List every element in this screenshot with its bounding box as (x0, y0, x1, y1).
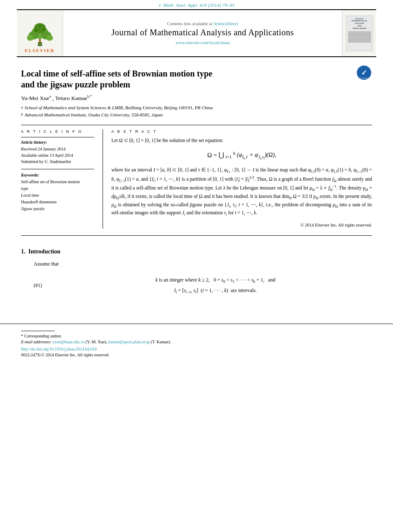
contents-available-line: Contents lists available at ScienceDirec… (167, 21, 238, 26)
abstract-section-divider (21, 235, 372, 236)
svg-point-6 (27, 35, 34, 41)
affiliations: a School of Mathematics and System Scien… (21, 104, 372, 119)
svg-point-9 (42, 28, 46, 31)
equation-block-1: (#1) k is an integer where k ≥ 2, 0 = s0… (34, 275, 372, 296)
eq-line-2: Ii = [si−1, si] (i = 1, · · · , k) are i… (59, 285, 372, 296)
journal-thumbnail-section: Journal ofMATHEMATICALANALYSISANDAPPLICA… (343, 10, 376, 56)
header-divider (21, 125, 372, 125)
abstract-paragraph-1: Let Ω ⊂ [0, 1] × [0, 1] be the solution … (111, 137, 372, 145)
email-line: E-mail addresses: yxue@buaa.edu.cn (Y.-M… (21, 340, 372, 344)
article-history: Article history: Received 24 January 201… (21, 140, 94, 165)
author-a-sup: a (49, 94, 51, 98)
page-footer: * Corresponding author. E-mail addresses… (0, 324, 393, 361)
eq-line-1: k is an integer where k ≥ 2, 0 = s0 < s1… (59, 275, 372, 285)
article-info-heading: A R T I C L E I N F O (21, 129, 94, 134)
author-b-sup: b,* (87, 94, 92, 98)
submitted-by: Submitted by U. Stadtmueller (21, 158, 94, 165)
keyword-4: Jigsaw puzzle (21, 205, 94, 212)
page: J. Math. Anal. Appl. 419 (2014) 79–93 (0, 0, 393, 532)
keyword-1: Self-affine set of Brownian motion type (21, 179, 94, 192)
keyword-2: Local time (21, 192, 94, 199)
affil-b-line: b Advanced Mathematical Institute, Osaka… (21, 111, 372, 119)
svg-point-10 (39, 25, 41, 27)
keyword-3: Hausdorff dimension (21, 199, 94, 205)
authors-line: Yu-Mei Xuea , Teturo Kamaeb,* (21, 94, 372, 102)
journal-cover-thumbnail: Journal ofMATHEMATICALANALYSISANDAPPLICA… (346, 16, 373, 51)
available-date: Available online 13 April 2014 (21, 152, 94, 158)
doi-link[interactable]: http://dx.doi.org/10.1016/j.jmaa.2014.04… (21, 347, 372, 351)
crossmark-icon: ✓ CrossMark (356, 65, 372, 81)
svg-text:CrossMark: CrossMark (359, 77, 369, 79)
journal-title: Journal of Mathematical Analysis and App… (111, 28, 294, 37)
keywords-list: Self-affine set of Brownian motion type … (21, 179, 94, 212)
elsevier-tree-icon (21, 22, 59, 47)
article-title: Local time of self-affine sets of Browni… (21, 68, 294, 90)
sciencedirect-link[interactable]: ScienceDirect (214, 21, 238, 26)
main-content: ✓ CrossMark Local time of self-affine se… (0, 57, 393, 311)
journal-url[interactable]: www.elsevier.com/locate/jmaa (176, 40, 230, 45)
affil-a-line: a School of Mathematics and System Scien… (21, 104, 372, 112)
info-divider-top (21, 137, 94, 137)
received-date: Received 24 January 2014 (21, 146, 94, 152)
thumb-title-text: Journal ofMATHEMATICALANALYSISANDAPPLICA… (351, 18, 367, 30)
abstract-heading: A B S T R A C T (111, 129, 372, 134)
article-info-column: A R T I C L E I N F O Article history: R… (21, 129, 103, 229)
email1-link[interactable]: yxue@buaa.edu.cn (53, 340, 84, 344)
issn-line: 0022-247X/© 2014 Elsevier Inc. All right… (21, 353, 372, 357)
abstract-paragraph-2: where for an interval I = [a, b] ⊂ [0, 1… (111, 166, 372, 218)
citation-text: J. Math. Anal. Appl. 419 (2014) 79–93 (158, 3, 235, 8)
info-divider-mid (21, 169, 94, 169)
intro-section-title: 1. Introduction (21, 248, 372, 255)
introduction-section: 1. Introduction Assume that (#1) k is an… (21, 248, 372, 296)
keywords-heading: Keywords: (21, 173, 94, 177)
svg-point-8 (34, 29, 37, 32)
eq-number: (#1) (34, 282, 59, 289)
elsevier-brand-text: ELSEVIER (25, 48, 55, 53)
abstract-formula: Ω = ⋃ i=1 k (φIi,1 × φJi,τi)(Ω), (111, 150, 372, 162)
eq-lines: k is an integer where k ≥ 2, 0 = s0 < s1… (59, 275, 372, 296)
elsevier-logo-section: ELSEVIER (17, 10, 63, 56)
journal-header: ELSEVIER Contents lists available at Sci… (17, 9, 376, 57)
history-heading: Article history: (21, 140, 94, 145)
svg-point-7 (46, 35, 53, 41)
journal-center-header: Contents lists available at ScienceDirec… (63, 10, 343, 56)
copyright-line: © 2014 Elsevier Inc. All rights reserved… (111, 222, 372, 229)
footer-divider (21, 331, 55, 331)
email2-link[interactable]: kamae@apost.plala.or.jp (108, 340, 150, 344)
top-citation: J. Math. Anal. Appl. 419 (2014) 79–93 (0, 0, 393, 9)
intro-assume-text: Assume that (34, 260, 372, 268)
corresponding-author-note: * Corresponding author. (21, 334, 372, 338)
abstract-text: Let Ω ⊂ [0, 1] × [0, 1] be the solution … (111, 137, 372, 229)
eq-content: k is an integer where k ≥ 2, 0 = s0 < s1… (59, 275, 372, 296)
article-info-abstract: A R T I C L E I N F O Article history: R… (21, 129, 372, 229)
svg-text:✓: ✓ (361, 69, 367, 77)
abstract-column: A B S T R A C T Let Ω ⊂ [0, 1] × [0, 1] … (103, 129, 372, 229)
